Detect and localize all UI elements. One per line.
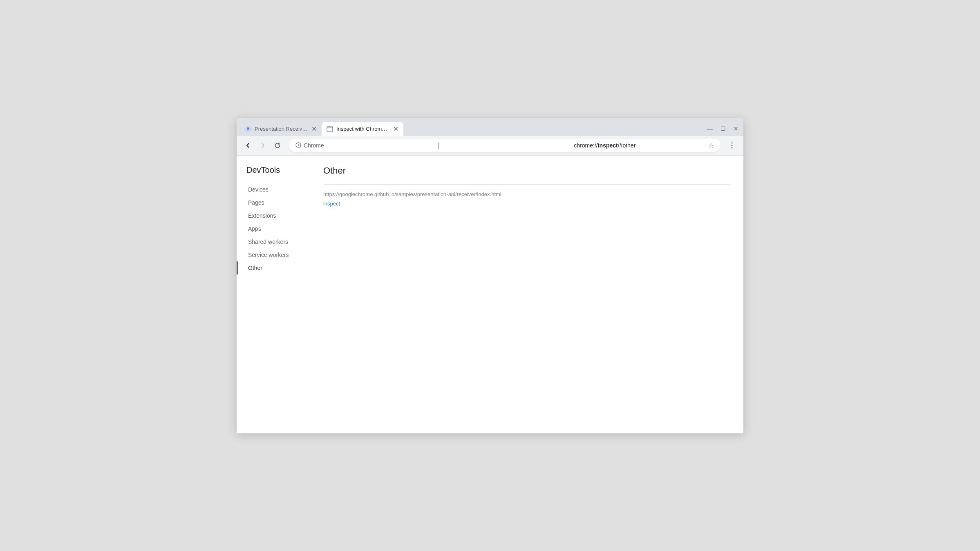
back-button[interactable] xyxy=(242,139,255,152)
svg-point-6 xyxy=(732,147,733,149)
forward-button[interactable] xyxy=(256,139,269,152)
sidebar-extensions-label: Extensions xyxy=(248,212,276,219)
browser-window: Presentation Receiver Af ✕ Inspect with … xyxy=(237,118,743,433)
svg-rect-2 xyxy=(327,127,333,132)
navigation-bar: Chrome | chrome://inspect/#other ☆ xyxy=(237,136,743,156)
tab-presentation-receiver[interactable]: Presentation Receiver Af ✕ xyxy=(240,122,322,136)
more-icon xyxy=(728,141,736,149)
close-button[interactable]: ✕ xyxy=(732,125,740,133)
sidebar-apps-label: Apps xyxy=(248,225,261,232)
more-options-button[interactable] xyxy=(725,139,738,152)
tab-inspect-devtools[interactable]: Inspect with Chrome Dev ✕ xyxy=(322,122,403,136)
reload-icon xyxy=(274,142,281,149)
title-bar: Presentation Receiver Af ✕ Inspect with … xyxy=(237,118,743,136)
forward-icon xyxy=(259,142,266,149)
tab-inspect-close[interactable]: ✕ xyxy=(393,126,398,132)
sidebar-other-label: Other xyxy=(248,265,262,271)
inspect-link[interactable]: inspect xyxy=(323,201,340,207)
address-content: chrome://inspect/#other xyxy=(574,142,706,149)
bookmark-icon[interactable]: ☆ xyxy=(708,142,714,149)
address-bar[interactable]: Chrome | chrome://inspect/#other ☆ xyxy=(289,139,720,152)
sidebar-shared-workers-label: Shared workers xyxy=(248,239,288,245)
svg-point-5 xyxy=(732,145,733,146)
sidebar-item-extensions[interactable]: Extensions xyxy=(237,209,310,222)
sidebar-item-apps[interactable]: Apps xyxy=(237,222,310,235)
tab-presentation-close[interactable]: ✕ xyxy=(311,126,317,132)
inspect-tab-icon xyxy=(327,126,333,132)
security-icon xyxy=(295,142,301,149)
svg-point-1 xyxy=(247,128,249,129)
address-scheme: Chrome xyxy=(304,142,436,149)
sidebar-title: DevTools xyxy=(237,165,310,183)
sidebar-service-workers-label: Service workers xyxy=(248,252,289,258)
svg-point-4 xyxy=(732,143,733,144)
presentation-icon xyxy=(245,126,251,132)
sidebar-item-devices[interactable]: Devices xyxy=(237,183,310,196)
tab-presentation-label: Presentation Receiver Af xyxy=(255,126,308,132)
back-icon xyxy=(244,142,252,149)
address-separator: | xyxy=(438,142,570,149)
maximize-button[interactable]: ☐ xyxy=(719,125,727,133)
content-divider xyxy=(323,184,730,185)
reload-button[interactable] xyxy=(271,139,284,152)
content-area: DevTools Devices Pages Extensions Apps S… xyxy=(237,156,743,433)
sidebar-item-service-workers[interactable]: Service workers xyxy=(237,248,310,261)
sidebar-item-other[interactable]: Other xyxy=(237,261,310,274)
main-content: Other https://googlechrome.github.io/sam… xyxy=(310,156,743,433)
sidebar: DevTools Devices Pages Extensions Apps S… xyxy=(237,156,310,433)
entry-url: https://googlechrome.github.io/samples/p… xyxy=(323,191,730,197)
other-entry: https://googlechrome.github.io/samples/p… xyxy=(323,191,730,207)
sidebar-item-pages[interactable]: Pages xyxy=(237,196,310,209)
new-tab-button xyxy=(405,123,416,134)
minimize-button[interactable]: — xyxy=(706,125,714,133)
tab-inspect-label: Inspect with Chrome Dev xyxy=(336,126,390,132)
sidebar-devices-label: Devices xyxy=(248,186,268,193)
sidebar-pages-label: Pages xyxy=(248,199,264,206)
page-title: Other xyxy=(323,165,730,176)
window-controls: — ☐ ✕ xyxy=(706,125,740,133)
sidebar-item-shared-workers[interactable]: Shared workers xyxy=(237,235,310,248)
